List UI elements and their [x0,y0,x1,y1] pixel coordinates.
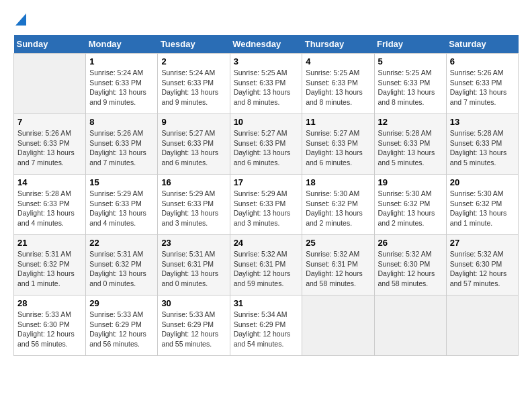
calendar-cell: 5Sunrise: 5:25 AMSunset: 6:33 PMDaylight… [374,54,446,114]
day-number: 29 [89,298,154,308]
calendar-header-row: SundayMondayTuesdayWednesdayThursdayFrid… [14,35,519,54]
day-info: Sunrise: 5:32 AMSunset: 6:31 PMDaylight:… [306,249,370,289]
calendar-cell: 27Sunrise: 5:32 AMSunset: 6:30 PMDayligh… [446,235,518,295]
day-number: 27 [450,238,515,248]
calendar-cell: 6Sunrise: 5:26 AMSunset: 6:33 PMDaylight… [446,54,518,114]
day-info: Sunrise: 5:28 AMSunset: 6:33 PMDaylight:… [378,128,443,168]
day-info: Sunrise: 5:33 AMSunset: 6:30 PMDaylight:… [17,310,82,349]
calendar-cell: 12Sunrise: 5:28 AMSunset: 6:33 PMDayligh… [374,114,446,175]
day-info: Sunrise: 5:33 AMSunset: 6:29 PMDaylight:… [89,310,154,349]
day-info: Sunrise: 5:27 AMSunset: 6:33 PMDaylight:… [234,128,299,168]
day-number: 3 [234,56,299,66]
day-number: 15 [89,177,154,187]
day-number: 19 [378,177,443,187]
day-of-week-header-friday: Friday [374,35,446,54]
day-number: 14 [17,177,82,187]
calendar-table: SundayMondayTuesdayWednesdayThursdayFrid… [13,35,519,356]
day-number: 22 [89,238,154,248]
calendar-cell: 23Sunrise: 5:31 AMSunset: 6:31 PMDayligh… [158,235,230,295]
calendar-cell: 19Sunrise: 5:30 AMSunset: 6:32 PMDayligh… [374,175,446,235]
day-info: Sunrise: 5:32 AMSunset: 6:31 PMDaylight:… [234,249,299,289]
day-info: Sunrise: 5:27 AMSunset: 6:33 PMDaylight:… [306,128,370,168]
day-info: Sunrise: 5:29 AMSunset: 6:33 PMDaylight:… [89,189,154,228]
day-number: 21 [17,238,82,248]
day-info: Sunrise: 5:30 AMSunset: 6:32 PMDaylight:… [306,189,370,228]
calendar-cell: 18Sunrise: 5:30 AMSunset: 6:32 PMDayligh… [302,175,374,235]
calendar-cell: 7Sunrise: 5:26 AMSunset: 6:33 PMDaylight… [14,114,86,175]
calendar-cell: 3Sunrise: 5:25 AMSunset: 6:33 PMDaylight… [230,54,302,114]
day-number: 18 [306,177,370,187]
day-number: 31 [234,298,299,308]
day-number: 20 [450,177,515,187]
calendar-week-row: 14Sunrise: 5:28 AMSunset: 6:33 PMDayligh… [14,175,519,235]
day-info: Sunrise: 5:29 AMSunset: 6:33 PMDaylight:… [234,189,299,228]
day-number: 26 [378,238,443,248]
calendar-cell [374,295,446,356]
day-number: 25 [306,238,370,248]
day-info: Sunrise: 5:30 AMSunset: 6:32 PMDaylight:… [450,189,515,228]
day-of-week-header-wednesday: Wednesday [230,35,302,54]
calendar-cell: 31Sunrise: 5:34 AMSunset: 6:29 PMDayligh… [230,295,302,356]
day-number: 2 [161,56,226,66]
day-info: Sunrise: 5:31 AMSunset: 6:31 PMDaylight:… [161,249,226,289]
calendar-cell: 9Sunrise: 5:27 AMSunset: 6:33 PMDaylight… [158,114,230,175]
day-info: Sunrise: 5:26 AMSunset: 6:33 PMDaylight:… [89,128,154,168]
calendar-cell: 11Sunrise: 5:27 AMSunset: 6:33 PMDayligh… [302,114,374,175]
day-number: 24 [234,238,299,248]
calendar-week-row: 28Sunrise: 5:33 AMSunset: 6:30 PMDayligh… [14,295,519,356]
day-number: 9 [161,117,226,127]
calendar-cell: 21Sunrise: 5:31 AMSunset: 6:32 PMDayligh… [14,235,86,295]
day-number: 5 [378,56,443,66]
day-number: 13 [450,117,515,127]
calendar-cell: 30Sunrise: 5:33 AMSunset: 6:29 PMDayligh… [158,295,230,356]
calendar-cell: 16Sunrise: 5:29 AMSunset: 6:33 PMDayligh… [158,175,230,235]
day-number: 1 [89,56,154,66]
calendar-cell: 25Sunrise: 5:32 AMSunset: 6:31 PMDayligh… [302,235,374,295]
calendar-cell: 29Sunrise: 5:33 AMSunset: 6:29 PMDayligh… [86,295,158,356]
calendar-cell: 22Sunrise: 5:31 AMSunset: 6:32 PMDayligh… [86,235,158,295]
day-info: Sunrise: 5:28 AMSunset: 6:33 PMDaylight:… [450,128,515,168]
calendar-week-row: 21Sunrise: 5:31 AMSunset: 6:32 PMDayligh… [14,235,519,295]
day-info: Sunrise: 5:26 AMSunset: 6:33 PMDaylight:… [17,128,82,168]
day-number: 6 [450,56,515,66]
day-info: Sunrise: 5:32 AMSunset: 6:30 PMDaylight:… [378,249,443,289]
calendar-week-row: 7Sunrise: 5:26 AMSunset: 6:33 PMDaylight… [14,114,519,175]
day-info: Sunrise: 5:34 AMSunset: 6:29 PMDaylight:… [234,310,299,349]
day-info: Sunrise: 5:28 AMSunset: 6:33 PMDaylight:… [17,189,82,228]
day-of-week-header-saturday: Saturday [446,35,518,54]
day-info: Sunrise: 5:25 AMSunset: 6:33 PMDaylight:… [234,68,299,107]
calendar-cell: 8Sunrise: 5:26 AMSunset: 6:33 PMDaylight… [86,114,158,175]
calendar-cell: 13Sunrise: 5:28 AMSunset: 6:33 PMDayligh… [446,114,518,175]
calendar-cell [446,295,518,356]
day-info: Sunrise: 5:25 AMSunset: 6:33 PMDaylight:… [306,68,370,107]
day-number: 4 [306,56,370,66]
day-info: Sunrise: 5:33 AMSunset: 6:29 PMDaylight:… [161,310,226,349]
calendar-cell: 2Sunrise: 5:24 AMSunset: 6:33 PMDaylight… [158,54,230,114]
day-number: 23 [161,238,226,248]
day-of-week-header-thursday: Thursday [302,35,374,54]
day-info: Sunrise: 5:31 AMSunset: 6:32 PMDaylight:… [17,249,82,289]
day-info: Sunrise: 5:31 AMSunset: 6:32 PMDaylight:… [89,249,154,289]
day-info: Sunrise: 5:29 AMSunset: 6:33 PMDaylight:… [161,189,226,228]
calendar-cell: 4Sunrise: 5:25 AMSunset: 6:33 PMDaylight… [302,54,374,114]
svg-marker-0 [15,13,26,26]
day-number: 17 [234,177,299,187]
day-number: 28 [17,298,82,308]
logo [13,13,26,28]
page-header [13,13,519,28]
calendar-week-row: 1Sunrise: 5:24 AMSunset: 6:33 PMDaylight… [14,54,519,114]
day-info: Sunrise: 5:26 AMSunset: 6:33 PMDaylight:… [450,68,515,107]
calendar-cell: 15Sunrise: 5:29 AMSunset: 6:33 PMDayligh… [86,175,158,235]
calendar-cell: 1Sunrise: 5:24 AMSunset: 6:33 PMDaylight… [86,54,158,114]
day-info: Sunrise: 5:24 AMSunset: 6:33 PMDaylight:… [89,68,154,107]
calendar-cell: 17Sunrise: 5:29 AMSunset: 6:33 PMDayligh… [230,175,302,235]
calendar-cell: 10Sunrise: 5:27 AMSunset: 6:33 PMDayligh… [230,114,302,175]
calendar-cell: 28Sunrise: 5:33 AMSunset: 6:30 PMDayligh… [14,295,86,356]
calendar-cell: 24Sunrise: 5:32 AMSunset: 6:31 PMDayligh… [230,235,302,295]
day-of-week-header-tuesday: Tuesday [158,35,230,54]
day-number: 11 [306,117,370,127]
calendar-cell: 20Sunrise: 5:30 AMSunset: 6:32 PMDayligh… [446,175,518,235]
logo-triangle-icon [15,13,26,28]
day-number: 16 [161,177,226,187]
day-number: 12 [378,117,443,127]
